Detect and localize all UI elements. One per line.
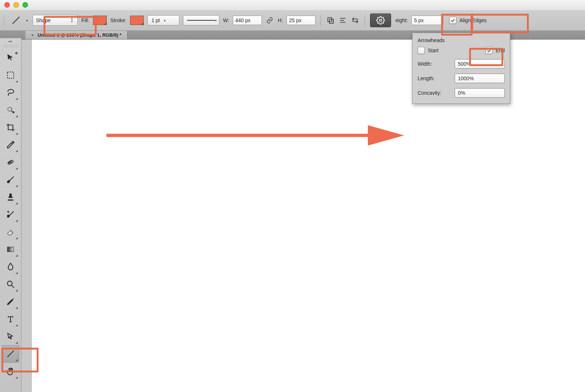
arrowhead-end-checkbox[interactable] [486, 47, 493, 54]
svg-line-15 [7, 351, 13, 357]
svg-line-14 [12, 285, 14, 288]
align-edges-checkbox[interactable] [449, 17, 456, 24]
brush-tool[interactable] [2, 171, 19, 188]
arrowhead-length-label: Length: [418, 75, 435, 81]
zoom-tool[interactable] [2, 275, 19, 293]
popover-title: Arrowheads [418, 37, 505, 43]
arrowhead-start-checkbox[interactable] [418, 47, 425, 54]
path-arrange-icon[interactable] [351, 16, 359, 25]
blur-tool[interactable] [2, 258, 19, 275]
marquee-tool[interactable] [2, 66, 19, 84]
arrowhead-start-label: Start [428, 48, 439, 53]
svg-marker-17 [368, 125, 404, 146]
window-titlebar [0, 0, 585, 11]
height-input[interactable]: 25 px [287, 16, 316, 25]
path-align-icon[interactable] [338, 16, 347, 25]
geometry-options-button[interactable] [370, 13, 391, 27]
chevron-down-icon: ▾ [164, 19, 166, 23]
weight-value: 5 px [414, 17, 423, 23]
align-edges-label: Align Edges [459, 17, 487, 23]
dropdown-stepper-icon: ▲▼ [69, 17, 74, 23]
tools-panel: ▸▸ ✥ [0, 38, 21, 392]
stroke-style-preview [187, 20, 215, 21]
direct-select-tool[interactable] [2, 328, 19, 345]
eraser-tool[interactable] [2, 223, 19, 241]
stroke-swatch[interactable] [130, 16, 144, 25]
weight-label: eight: [395, 17, 408, 23]
svg-point-8 [8, 107, 12, 111]
arrowhead-end-label: End [496, 48, 505, 53]
arrowhead-concavity-input[interactable]: 0% [455, 88, 505, 98]
minimize-window-icon[interactable] [13, 2, 19, 8]
stroke-label: Stroke: [110, 17, 126, 23]
document-tab[interactable]: × Untitled-1 @ 200% (Shape 1, RGB/8) * [25, 30, 127, 39]
heal-tool[interactable] [2, 154, 19, 171]
eyedropper-tool[interactable] [2, 136, 19, 154]
tool-mode-label: Shape [36, 17, 50, 23]
tool-options-bar: ▾ Shape ▲▼ Fill: Stroke: 1 pt ▾ ▾ W: 440… [0, 10, 585, 31]
height-value: 25 px [289, 17, 301, 23]
close-window-icon[interactable] [4, 2, 10, 8]
arrowhead-length-input[interactable]: 1000% [455, 74, 505, 83]
arrowhead-concavity-value: 0% [458, 90, 465, 96]
tool-mode-dropdown[interactable]: Shape ▲▼ [33, 15, 78, 26]
pen-tool[interactable] [2, 293, 19, 310]
crop-tool[interactable] [2, 119, 19, 136]
stroke-style-dropdown[interactable]: ▾ [183, 15, 219, 25]
shape-layer-arrow[interactable] [106, 121, 404, 150]
quick-select-tool[interactable] [2, 101, 19, 119]
divider [365, 15, 365, 26]
svg-point-13 [7, 281, 12, 286]
gradient-tool[interactable] [2, 241, 19, 258]
arrowhead-concavity-label: Concavity: [418, 90, 441, 96]
zoom-window-icon[interactable] [23, 2, 28, 8]
fill-swatch[interactable] [93, 16, 107, 25]
svg-rect-1 [328, 18, 332, 22]
path-combine-icon[interactable] [326, 16, 335, 25]
expand-panel-icon[interactable]: ▸▸ [0, 38, 21, 43]
chevron-down-icon: ▾ [215, 19, 217, 23]
weight-input[interactable]: 5 px [411, 16, 443, 25]
hand-tool[interactable] [2, 363, 19, 380]
move-tool[interactable]: ✥ [2, 49, 19, 66]
stamp-tool[interactable] [2, 188, 19, 206]
options-bar-grip[interactable] [3, 15, 5, 26]
width-input[interactable]: 440 px [233, 16, 262, 25]
divider [321, 15, 321, 26]
panel-grip[interactable] [3, 45, 18, 48]
svg-point-6 [379, 19, 382, 21]
canvas-pasteboard [21, 39, 32, 392]
arrowhead-length-value: 1000% [458, 75, 474, 81]
arrowhead-width-label: Width: [418, 61, 432, 67]
arrowhead-width-input[interactable]: 500% [455, 59, 505, 69]
tool-preset-caret-icon[interactable]: ▾ [25, 16, 29, 25]
active-tool-line-icon [11, 15, 21, 25]
width-value: 440 px [235, 17, 251, 23]
stroke-weight-value: 1 pt [151, 17, 160, 23]
svg-rect-7 [7, 72, 13, 78]
svg-line-0 [12, 17, 20, 24]
document-title: Untitled-1 @ 200% (Shape 1, RGB/8) * [38, 32, 122, 38]
fill-label: Fill: [81, 17, 89, 23]
svg-point-11 [11, 162, 11, 162]
geometry-options-popover: Arrowheads Start End Width: 500% Length:… [412, 33, 510, 104]
height-label: H: [278, 17, 283, 23]
close-tab-icon[interactable]: × [31, 32, 34, 38]
traffic-lights [4, 2, 28, 8]
svg-point-10 [9, 162, 10, 163]
history-brush-tool[interactable] [2, 206, 19, 223]
type-tool[interactable] [2, 310, 19, 328]
svg-rect-12 [7, 247, 13, 252]
lasso-tool[interactable] [2, 84, 19, 101]
link-dimensions-icon[interactable] [265, 16, 274, 25]
stroke-weight-dropdown[interactable]: 1 pt ▾ [147, 15, 179, 25]
width-label: W: [223, 17, 229, 23]
arrowhead-width-value: 500% [458, 61, 471, 67]
line-shape-tool[interactable] [2, 345, 19, 363]
